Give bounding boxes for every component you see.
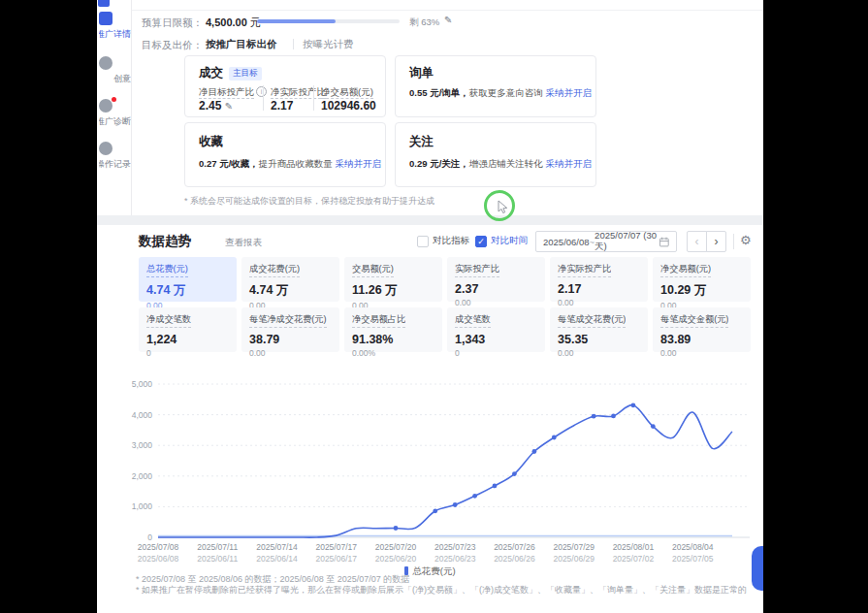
goal-card-favorite: 收藏 0.27 元/收藏，提升商品收藏数量 采纳并开启 <box>184 122 386 187</box>
svg-text:2025/07/11: 2025/07/11 <box>197 542 238 552</box>
legend-label: 总花费(元) <box>412 565 455 576</box>
goal-card-title: 关注 <box>409 134 434 150</box>
svg-text:2025/07/14: 2025/07/14 <box>256 542 298 552</box>
floating-action-button[interactable] <box>752 546 763 591</box>
adopt-enable-link[interactable]: 采纳并开启 <box>335 158 381 169</box>
metric-card-roi[interactable]: 实际投产比 2.37 0.00 <box>447 257 545 302</box>
mouse-cursor-icon <box>498 200 508 214</box>
compare-time-checkbox[interactable]: ✓ <box>475 236 487 247</box>
sidebar-item-diagnosis[interactable]: 推广诊断 <box>99 99 131 128</box>
metric-card-net-roi[interactable]: 净实际投产比 2.17 0.00 <box>550 257 648 302</box>
notification-dot <box>112 97 116 102</box>
trend-title: 数据趋势 <box>139 233 191 250</box>
metric-label: 净成交笔数 <box>146 313 191 328</box>
goal-card-title: 成交主目标 <box>199 65 262 81</box>
svg-text:0: 0 <box>147 532 152 542</box>
metric-label: 净实际投产比 <box>271 85 326 99</box>
trend-chart: 01,0002,0003,0004,0005,0002025/07/082025… <box>129 374 759 566</box>
svg-text:2025/06/08: 2025/06/08 <box>138 554 179 564</box>
bidding-label: 目标及出价： <box>142 39 203 52</box>
budget-remaining: 剩 63% <box>409 16 439 29</box>
app-window: 推广详情 创意 推广诊断 操作记录 预算日限额： 4,500.00 元 剩 63… <box>97 0 763 613</box>
svg-text:2025/06/26: 2025/06/26 <box>494 554 535 564</box>
compare-time-toggle[interactable]: ✓ 对比时间 <box>475 235 528 247</box>
adopt-enable-link[interactable]: 采纳并开启 <box>545 158 592 169</box>
view-report-link[interactable]: 查看报表 <box>225 237 262 249</box>
goal-card-deal: 成交主目标 净目标投产比i 2.45 ✎ 净实际投产比 2.17 净交易额(元)… <box>184 55 386 117</box>
metric-card-net-gmv-ratio[interactable]: 净交易额占比 91.38% 0.00% <box>344 307 442 352</box>
metric-label: 净交易额(元) <box>321 85 373 99</box>
metric-value: 35.35 <box>558 333 640 346</box>
sidebar-item-label: 创意 <box>99 73 131 85</box>
sidebar-item-history[interactable]: 操作记录 <box>99 142 131 171</box>
svg-text:2025/07/08: 2025/07/08 <box>138 542 179 552</box>
goal-card-desc: 0.29 元/关注，增强店铺关注转化 采纳并开启 <box>409 158 592 171</box>
edit-roi-icon[interactable]: ✎ <box>225 101 233 112</box>
metric-label: 成交笔数 <box>455 313 491 328</box>
svg-text:2025/06/23: 2025/06/23 <box>434 554 476 564</box>
svg-text:2025/07/05: 2025/07/05 <box>672 554 714 564</box>
date-range-picker[interactable]: 2025/06/08 ~ 2025/07/07 (30天) <box>535 231 677 252</box>
metric-compare-value: 0.00 <box>249 348 332 358</box>
metric-label: 成交花费(元) <box>249 263 300 277</box>
metric-card-amount-per-order[interactable]: 每笔成交金额(元) 83.89 0.00 <box>653 307 751 352</box>
metric-card-cost-per-order[interactable]: 每笔成交花费(元) 35.35 0.00 <box>550 307 648 352</box>
info-icon[interactable]: i <box>256 86 267 97</box>
metric-label: 每笔净成交花费(元) <box>249 313 327 328</box>
budget-edit-icon[interactable]: ✎ <box>444 15 452 25</box>
tab-bid-by-impression[interactable]: 按曝光计费 <box>303 38 354 51</box>
metric-label: 实际投产比 <box>455 263 499 277</box>
svg-text:3,000: 3,000 <box>132 440 153 450</box>
svg-text:2025/07/29: 2025/07/29 <box>553 542 595 552</box>
svg-text:2025/06/29: 2025/06/29 <box>553 554 595 564</box>
metric-compare-value: 0.00 <box>558 298 640 307</box>
metric-card-net-orders[interactable]: 净成交笔数 1,224 0 <box>139 307 237 352</box>
sidebar-item-creative[interactable]: 创意 <box>99 56 131 85</box>
tab-bid-by-goal[interactable]: 按推广目标出价 <box>206 38 277 51</box>
calendar-icon <box>659 237 669 247</box>
svg-text:2025/06/20: 2025/06/20 <box>375 554 417 564</box>
compare-time-label: 对比时间 <box>491 235 528 247</box>
diagnosis-icon <box>99 99 113 113</box>
metric-card-deal-cost[interactable]: 成交花费(元) 4.74 万 0.00 <box>241 257 339 302</box>
compare-metric-toggle[interactable]: 对比指标 <box>417 235 469 247</box>
metric-value: 2.37 <box>455 282 537 296</box>
compare-metric-label: 对比指标 <box>433 235 469 247</box>
metric-compare-value: 0.00 <box>660 348 743 358</box>
cutoff-icon-fragment <box>98 0 110 7</box>
svg-text:2025/08/04: 2025/08/04 <box>672 542 714 552</box>
svg-text:2025/07/02: 2025/07/02 <box>613 554 655 564</box>
date-end: 2025/07/07 (30天) <box>595 230 659 253</box>
compare-metric-checkbox[interactable] <box>417 236 429 247</box>
metric-card-orders[interactable]: 成交笔数 1,343 0 <box>447 307 545 352</box>
sidebar-item-label: 操作记录 <box>99 158 131 171</box>
metric-card-total-cost[interactable]: 总花费(元) 4.74 万 0.00 <box>139 257 237 302</box>
column-divider <box>313 85 314 111</box>
metric-label: 净目标投产比i <box>199 85 267 99</box>
metric-card-net-gmv[interactable]: 净交易额(元) 10.29 万 0.00 <box>653 257 751 302</box>
metric-value: 102946.60 <box>321 99 376 113</box>
metric-card-gmv[interactable]: 交易额(元) 11.26 万 0.00 <box>344 257 442 302</box>
goal-card-title: 收藏 <box>199 134 223 150</box>
metric-value: 11.26 万 <box>352 282 434 299</box>
metric-value: 83.89 <box>660 333 743 346</box>
sidebar-item-label: 推广详情 <box>99 28 131 41</box>
column-divider <box>263 85 264 111</box>
next-period-button[interactable]: › <box>706 231 726 252</box>
adopt-enable-link[interactable]: 采纳并开启 <box>545 87 592 98</box>
sidebar-item-promo-detail[interactable]: 推广详情 <box>99 12 131 41</box>
budget-progress-fill <box>257 19 336 23</box>
prev-period-button[interactable]: ‹ <box>687 231 707 252</box>
svg-text:4,000: 4,000 <box>132 410 153 420</box>
svg-text:2025/07/20: 2025/07/20 <box>375 542 417 552</box>
metric-card-net-cost-per-order[interactable]: 每笔净成交花费(元) 38.79 0.00 <box>241 307 339 352</box>
controls-divider <box>733 234 734 249</box>
metric-compare-value: 0.00 <box>455 298 537 307</box>
svg-text:2025/06/11: 2025/06/11 <box>197 554 238 564</box>
metric-compare-value: 0 <box>146 348 229 358</box>
metric-value: 4.74 万 <box>146 282 229 299</box>
goal-card-inquiry: 询单 0.55 元/询单，获取更多意向咨询 采纳并开启 <box>395 55 596 117</box>
section-gap <box>97 215 763 225</box>
svg-text:2025/07/26: 2025/07/26 <box>494 542 535 552</box>
settings-gear-icon[interactable]: ⚙ <box>740 233 752 247</box>
